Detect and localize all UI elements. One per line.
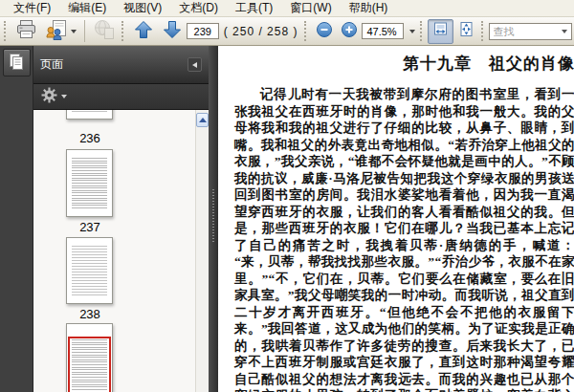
document-body-text: 记得儿时有一天我被带到摩尔府的图书室里，看到一张我祖父在西班牙时的肖像，那时他和… (234, 86, 574, 392)
web-upload-button (89, 19, 120, 44)
zoom-in-button[interactable] (337, 19, 362, 44)
thumbnail-label: 238 (56, 307, 123, 321)
thumbnail-label: 236 (56, 131, 123, 145)
menu-help[interactable]: 帮助(H) (341, 0, 397, 17)
zoom-dropdown-button[interactable] (404, 19, 418, 44)
toolbar-separator (84, 20, 85, 42)
thumbnail-content (72, 246, 107, 297)
fit-width-button[interactable] (428, 19, 453, 44)
splitter-grip (212, 189, 214, 243)
fit-page-button[interactable] (453, 19, 479, 44)
content-area: 页面 (0, 46, 574, 392)
collaborate-button[interactable] (41, 19, 80, 44)
thumbnail-list: 236 237 238 (33, 110, 209, 392)
pages-panel-header: 页面 (33, 46, 209, 84)
pages-panel-tab[interactable] (3, 49, 31, 76)
pdf-reader-window: 文件(F) 编辑(E) 视图(V) 文档(D) 工具(T) 窗口(W) 帮助(H… (0, 0, 574, 392)
menu-window[interactable]: 窗口(W) (281, 0, 340, 17)
options-dropdown-caret (61, 95, 67, 98)
menu-tools[interactable]: 工具(T) (227, 0, 281, 17)
pages-panel: 页面 (33, 46, 209, 392)
print-button[interactable] (11, 19, 41, 44)
web-upload-icon (93, 19, 116, 44)
menu-document[interactable]: 文档(D) (170, 0, 227, 17)
next-page-arrow-icon (162, 19, 183, 44)
panel-collapse-button[interactable] (188, 57, 202, 72)
previous-page-button[interactable] (129, 19, 158, 44)
toolbar-grip[interactable] (121, 21, 125, 41)
toolbar-grip[interactable] (420, 21, 424, 41)
fit-page-icon (458, 21, 475, 41)
toolbar: ( 250 / 258 ) (0, 17, 574, 46)
panel-splitter[interactable] (209, 46, 218, 392)
pages-icon (7, 52, 26, 75)
zoom-level-input[interactable] (362, 23, 404, 39)
thumbnail-label: 237 (56, 220, 123, 234)
pages-panel-title: 页面 (40, 56, 63, 73)
collaborate-share-icon (45, 19, 68, 44)
find-input[interactable] (490, 26, 558, 37)
zoom-out-button[interactable] (312, 19, 337, 44)
thumbnail-page-236[interactable] (66, 110, 113, 120)
current-view-outline[interactable] (68, 337, 111, 392)
scrollbar-up-button[interactable] (196, 113, 209, 127)
toolbar-grip[interactable] (4, 21, 8, 41)
document-page: 第十九章 祖父的肖像 记得儿时有一天我被带到摩尔府的图书室里，看到一张我祖父在西… (234, 54, 574, 392)
zoom-in-icon (341, 21, 358, 42)
toolbar-grip[interactable] (481, 21, 485, 41)
printer-icon (15, 19, 37, 43)
page-number-input[interactable] (187, 23, 219, 39)
thumbnail-page-238[interactable] (66, 237, 113, 304)
collapse-arrow-icon (192, 62, 197, 68)
thumbnail-page-237[interactable] (66, 149, 113, 217)
fit-width-icon (432, 21, 449, 41)
menu-file[interactable]: 文件(F) (5, 0, 59, 17)
thumbnail-page-239-current[interactable] (66, 323, 113, 392)
next-page-button[interactable] (158, 19, 187, 44)
toolbar-grip[interactable] (304, 21, 308, 41)
collaborate-dropdown-caret (71, 30, 77, 33)
menu-view[interactable]: 视图(V) (115, 0, 170, 17)
document-view[interactable]: 第十九章 祖父的肖像 记得儿时有一天我被带到摩尔府的图书室里，看到一张我祖父在西… (218, 46, 574, 392)
gear-icon (41, 87, 57, 107)
find-dropdown-caret[interactable] (562, 30, 567, 33)
thumbnail-scrollbar[interactable] (195, 110, 209, 392)
navigation-tab-strip (0, 46, 33, 392)
find-box (489, 23, 572, 40)
zoom-dropdown-caret (409, 30, 415, 33)
chapter-title: 第十九章 祖父的肖像 (234, 54, 574, 75)
pages-panel-options-bar (33, 84, 209, 110)
zoom-out-icon (316, 21, 333, 42)
panel-options-button[interactable] (41, 87, 67, 107)
thumbnail-content (72, 158, 107, 210)
page-count-label: ( 250 / 258 ) (219, 25, 303, 38)
scroll-up-arrow-icon (199, 118, 207, 122)
thumbnail-content (72, 110, 107, 113)
previous-page-arrow-icon (133, 19, 154, 44)
menu-edit[interactable]: 编辑(E) (59, 0, 115, 17)
menu-bar: 文件(F) 编辑(E) 视图(V) 文档(D) 工具(T) 窗口(W) 帮助(H… (0, 0, 574, 17)
